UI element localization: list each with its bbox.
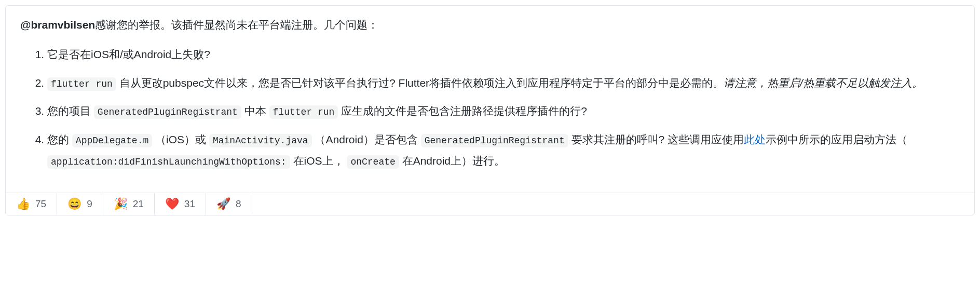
reactions-bar: 👍 75 😄 9 🎉 21 ❤️ 31 🚀 8	[6, 193, 974, 215]
code-generated-plugin-registrant: GeneratedPluginRegistrant	[94, 105, 241, 119]
q4-ios2: 在iOS上，	[290, 155, 347, 167]
q2-italic-note: 请注意，热重启/热重载不足以触发注入。	[724, 77, 923, 89]
reaction-count: 21	[133, 198, 144, 210]
code-didfinishlaunching: application:didFinishLaunchingWithOption…	[47, 155, 290, 169]
q4-end: 在Android上）进行。	[399, 155, 505, 167]
thumbs-up-icon: 👍	[16, 198, 30, 210]
reaction-count: 75	[35, 198, 46, 210]
intro-text: 感谢您的举报。该插件显然尚未在平台端注册。几个问题：	[95, 19, 378, 31]
question-item-3: 您的项目 GeneratedPluginRegistrant 中本 flutte…	[47, 101, 960, 122]
q4-ios: （iOS）或	[152, 133, 209, 145]
comment-body: @bramvbilsen感谢您的举报。该插件显然尚未在平台端注册。几个问题： 它…	[6, 6, 974, 193]
reaction-thumbs-up[interactable]: 👍 75	[6, 193, 57, 215]
reaction-count: 9	[87, 198, 92, 210]
heart-icon: ❤️	[165, 198, 179, 210]
code-flutter-run-2: flutter run	[269, 105, 338, 119]
question-item-1: 它是否在iOS和/或Android上失败?	[47, 44, 960, 65]
intro-paragraph: @bramvbilsen感谢您的举报。该插件显然尚未在平台端注册。几个问题：	[20, 16, 960, 34]
reaction-count: 8	[236, 198, 241, 210]
laugh-icon: 😄	[67, 198, 81, 210]
reaction-rocket[interactable]: 🚀 8	[206, 193, 252, 215]
question-item-4: 您的 AppDelegate.m （iOS）或 MainActivity.jav…	[47, 129, 960, 172]
q4-before: 您的	[47, 133, 72, 145]
q3-before: 您的项目	[47, 105, 94, 117]
user-mention[interactable]: @bramvbilsen	[20, 19, 95, 31]
code-appdelegate: AppDelegate.m	[72, 134, 152, 147]
q2-text-after: 自从更改pubspec文件以来，您是否已针对该平台执行过? Flutter将插件…	[116, 77, 724, 89]
question-list: 它是否在iOS和/或Android上失败? flutter run 自从更改pu…	[20, 44, 960, 172]
code-mainactivity: MainActivity.java	[209, 134, 312, 147]
question-item-2: flutter run 自从更改pubspec文件以来，您是否已针对该平台执行过…	[47, 73, 960, 94]
reaction-count: 31	[184, 198, 195, 210]
reaction-laugh[interactable]: 😄 9	[57, 193, 103, 215]
reaction-heart[interactable]: ❤️ 31	[155, 193, 206, 215]
example-link[interactable]: 此处	[744, 133, 766, 145]
code-gpr-2: GeneratedPluginRegistrant	[421, 134, 568, 147]
code-oncreate: onCreate	[347, 155, 399, 169]
rocket-icon: 🚀	[216, 198, 230, 210]
q3-middle: 中本	[241, 105, 269, 117]
q4-after-gpr: 要求其注册的呼叫? 这些调用应使用	[568, 133, 744, 145]
q3-after: 应生成的文件是否包含注册路径提供程序插件的行?	[338, 105, 587, 117]
code-flutter-run: flutter run	[47, 77, 116, 91]
comment-container: @bramvbilsen感谢您的举报。该插件显然尚未在平台端注册。几个问题： 它…	[5, 5, 975, 215]
q1-text: 它是否在iOS和/或Android上失败?	[47, 48, 210, 60]
reaction-tada[interactable]: 🎉 21	[103, 193, 155, 215]
q4-android: （Android）是否包含	[312, 133, 421, 145]
q4-after-link: 示例中所示的应用启动方法（	[766, 133, 907, 145]
tada-icon: 🎉	[114, 198, 128, 210]
